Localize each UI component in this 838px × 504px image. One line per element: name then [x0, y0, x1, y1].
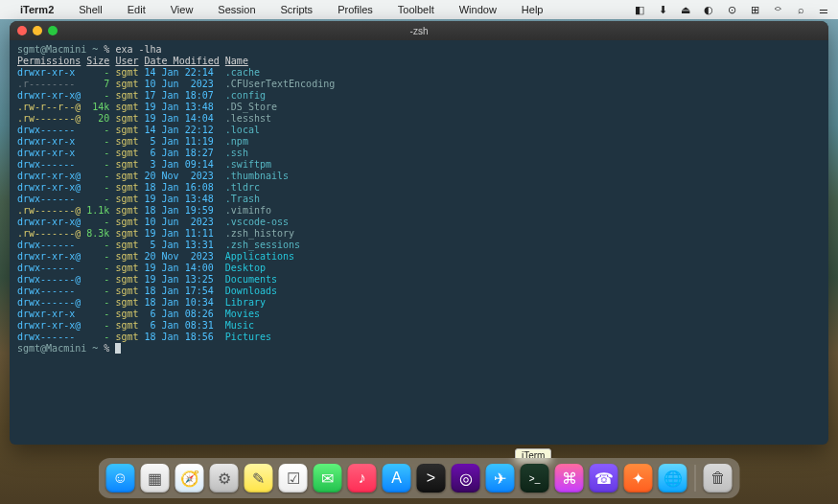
wifi-icon[interactable]: ⌔: [771, 3, 784, 16]
menu-item[interactable]: Session: [218, 4, 255, 15]
dock-app-trash[interactable]: 🗑: [704, 464, 733, 493]
status-icon[interactable]: ◧: [633, 3, 646, 16]
cell-size: -: [86, 90, 109, 101]
cell-name: .lesshst: [225, 113, 271, 124]
cell-size: -: [86, 320, 109, 331]
cell-size: -: [86, 251, 109, 262]
status-icon[interactable]: ⊙: [725, 3, 738, 16]
cell-size: -: [86, 125, 109, 135]
cell-user: sgmt: [115, 171, 138, 181]
command-input: exa -lha: [115, 44, 161, 55]
cell-size: -: [86, 297, 109, 308]
dock-app-music[interactable]: ♪: [348, 464, 377, 493]
window-titlebar[interactable]: -zsh: [10, 21, 828, 40]
cell-date: 19 Jan 13:25: [145, 274, 220, 285]
menu-item[interactable]: View: [171, 4, 194, 15]
minimize-button[interactable]: [33, 26, 42, 35]
dock-app-notes[interactable]: ✎: [244, 464, 273, 493]
menu-item[interactable]: Toolbelt: [398, 4, 434, 15]
cell-size: 7: [86, 79, 109, 89]
control-center-icon[interactable]: ⚌: [817, 3, 830, 16]
cell-size: 1.1k: [86, 205, 109, 216]
cell-user: sgmt: [115, 136, 138, 147]
cell-user: sgmt: [115, 125, 138, 135]
zoom-button[interactable]: [48, 26, 58, 35]
cell-perm: .rw-------@: [17, 205, 81, 216]
status-icon[interactable]: ⏏: [679, 3, 692, 16]
cell-perm: drwx------@: [17, 297, 81, 308]
cell-perm: drwxr-xr-x@: [17, 182, 81, 193]
dock-app-viber[interactable]: ☎: [590, 464, 618, 493]
cell-perm: drwx------: [17, 159, 81, 170]
cell-user: sgmt: [115, 297, 138, 308]
menubar: iTerm2 ShellEditViewSessionScriptsProfil…: [0, 0, 838, 19]
cell-size: -: [86, 240, 109, 250]
menu-item[interactable]: Help: [522, 4, 544, 15]
dock-app-safari[interactable]: 🧭: [175, 464, 204, 493]
dock-app-shortcuts[interactable]: ⌘: [555, 464, 584, 493]
cell-size: -: [86, 148, 109, 158]
cell-user: sgmt: [115, 102, 138, 112]
cell-size: 20: [86, 113, 109, 124]
cell-name: .ssh: [225, 148, 248, 158]
dock-app-messages[interactable]: ✉: [314, 464, 342, 493]
prompt-path: ~: [92, 44, 98, 55]
cell-name: .tldrc: [225, 182, 260, 193]
menu-item[interactable]: Profiles: [338, 4, 373, 15]
cell-size: -: [86, 67, 109, 78]
cell-perm: drwx------@: [17, 274, 81, 285]
cell-date: 19 Jan 13:48: [145, 194, 220, 204]
dock-app-photoeditor[interactable]: ✦: [624, 464, 653, 493]
close-button[interactable]: [17, 26, 27, 35]
dock-app-launchpad[interactable]: ▦: [141, 464, 170, 493]
search-icon[interactable]: ⌕: [794, 3, 807, 16]
cell-name: .CFUserTextEncoding: [225, 79, 335, 89]
cell-perm: drwxr-xr-x@: [17, 320, 81, 331]
col-user: User: [115, 56, 138, 66]
dock-app-settings[interactable]: ⚙: [210, 464, 239, 493]
cell-date: 10 Jun 2023: [145, 217, 220, 227]
dock-separator: [695, 465, 696, 492]
dock-app-reminders[interactable]: ☑: [279, 464, 308, 493]
cell-name: .swiftpm: [225, 159, 271, 170]
cell-perm: drwxr-xr-x: [17, 148, 81, 158]
cell-user: sgmt: [115, 240, 138, 250]
status-icon[interactable]: ⬇: [656, 3, 669, 16]
menu-item[interactable]: Scripts: [281, 4, 314, 15]
cell-date: 10 Jun 2023: [145, 79, 220, 89]
window-title: -zsh: [10, 26, 828, 36]
cell-date: 20 Nov 2023: [145, 251, 220, 262]
cell-name: .viminfo: [225, 205, 271, 216]
cell-date: 19 Jan 14:00: [145, 263, 220, 273]
menubar-right: ◧ ⬇ ⏏ ◐ ⊙ ⊞ ⌔ ⌕ ⚌: [633, 3, 830, 16]
cell-user: sgmt: [115, 205, 138, 216]
terminal-body[interactable]: sgmt@Macmini ~ % exa -lha Permissions Si…: [10, 40, 828, 362]
dock-app-appstore[interactable]: A: [383, 464, 411, 493]
cell-date: 14 Jan 22:12: [145, 125, 220, 135]
cell-user: sgmt: [115, 332, 138, 342]
cell-name: Music: [225, 320, 254, 331]
cell-user: sgmt: [115, 159, 138, 170]
dock-app-orbit[interactable]: ◎: [452, 464, 480, 493]
menu-item[interactable]: Window: [459, 4, 497, 15]
status-icon[interactable]: ◐: [702, 3, 715, 16]
menu-item[interactable]: Edit: [128, 4, 146, 15]
app-name[interactable]: iTerm2: [20, 4, 54, 15]
cell-name: .zsh_sessions: [225, 240, 300, 250]
cell-name: Desktop: [225, 263, 266, 273]
dock-app-telegram[interactable]: ✈: [486, 464, 515, 493]
dock-app-finder[interactable]: ☺: [106, 464, 135, 493]
cell-perm: .rw-------@: [17, 113, 81, 124]
menu-item[interactable]: Shell: [79, 4, 102, 15]
dock-app-network[interactable]: 🌐: [659, 464, 687, 493]
dock-app-terminal[interactable]: >: [417, 464, 446, 493]
cell-name: Pictures: [225, 332, 271, 342]
dock-app-iterm[interactable]: >_: [521, 464, 549, 493]
cell-date: 5 Jan 13:31: [145, 240, 220, 250]
cell-date: 18 Jan 16:08: [145, 182, 220, 193]
cell-size: -: [86, 136, 109, 147]
cell-date: 20 Nov 2023: [145, 171, 220, 181]
status-icon[interactable]: ⊞: [748, 3, 761, 16]
prompt-symbol: %: [104, 343, 109, 354]
cell-user: sgmt: [115, 113, 138, 124]
